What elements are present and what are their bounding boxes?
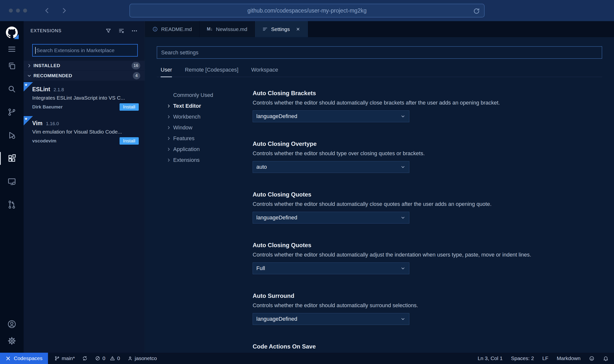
settings-scope-tabs: User Remote [Codespaces] Workspace xyxy=(157,67,602,77)
toc-extensions[interactable]: Extensions xyxy=(166,155,253,166)
chevron-down-icon xyxy=(400,266,406,271)
sync-button[interactable] xyxy=(82,356,88,361)
setting-auto-closing-quotes: Auto Closing Quotes Controls whether the… xyxy=(253,191,602,224)
codespaces-label: Codespaces xyxy=(14,355,43,361)
toc-workbench[interactable]: Workbench xyxy=(166,111,253,122)
chevron-right-icon xyxy=(166,114,173,119)
feedback-icon[interactable] xyxy=(589,356,595,361)
extensions-search-input[interactable] xyxy=(36,47,135,53)
settings-search-input[interactable] xyxy=(157,46,602,59)
extension-version: 2.1.8 xyxy=(54,87,64,92)
github-logo xyxy=(0,24,24,41)
account-icon[interactable] xyxy=(0,316,24,333)
setting-auto-surround: Auto Surround Controls whether the edito… xyxy=(253,292,602,325)
person-icon xyxy=(127,356,133,361)
address-bar[interactable]: github.com/codespaces/user-my-project-mg… xyxy=(129,4,485,17)
sidebar-title: EXTENSIONS xyxy=(31,28,105,33)
toc-features[interactable]: Features xyxy=(166,133,253,144)
extensions-sidebar: EXTENSIONS xyxy=(24,21,145,353)
settings-list: Auto Closing Brackets Controls whether t… xyxy=(253,90,602,353)
sidebar-header: EXTENSIONS xyxy=(24,21,145,34)
setting-description: Controls whether the editor should type … xyxy=(253,150,602,157)
source-control-icon[interactable] xyxy=(0,104,24,121)
setting-dropdown[interactable]: auto xyxy=(253,161,409,173)
forward-icon[interactable] xyxy=(61,7,68,14)
tab-newissue[interactable]: M↓ NewIssue.md xyxy=(200,21,255,37)
codespaces-status-button[interactable]: Codespaces xyxy=(0,353,48,364)
setting-description: Controls whether the editor should autom… xyxy=(253,252,602,258)
setting-description: Controls whether the editor should autom… xyxy=(253,302,602,309)
tab-settings[interactable]: Settings xyxy=(255,21,308,37)
clear-filter-icon[interactable] xyxy=(118,28,125,34)
more-actions-icon[interactable] xyxy=(131,28,138,34)
scope-tab-user[interactable]: User xyxy=(161,67,172,77)
branch-status[interactable]: main* xyxy=(54,355,75,361)
pull-requests-icon[interactable] xyxy=(0,196,24,213)
language-mode[interactable]: Markdown xyxy=(557,355,581,361)
text-cursor xyxy=(35,47,36,54)
setting-auto-indent: Auto Closing Quotes Controls whether the… xyxy=(253,242,602,274)
extension-author: Dirk Baeumer xyxy=(32,104,63,110)
chevron-down-icon xyxy=(400,316,406,322)
extension-version: 1.16.0 xyxy=(46,121,59,126)
extension-description: Vim emulation for Visual Studio Code... xyxy=(32,129,139,135)
remote-explorer-icon[interactable] xyxy=(0,173,24,190)
branch-icon xyxy=(54,356,60,361)
eol-sequence[interactable]: LF xyxy=(542,355,549,361)
extensions-icon[interactable] xyxy=(0,150,24,167)
tab-label: README.md xyxy=(161,26,192,32)
extension-item-eslint[interactable]: ★ ESLint 2.1.8 Integrates ESLint JavaScr… xyxy=(24,82,145,115)
notifications-bell-icon[interactable] xyxy=(603,356,609,361)
settings-gear-icon[interactable] xyxy=(0,333,24,349)
toc-commonly-used[interactable]: Commonly Used xyxy=(166,90,253,101)
indentation[interactable]: Spaces: 2 xyxy=(511,355,534,361)
section-installed[interactable]: INSTALLED 16 xyxy=(24,61,145,71)
back-icon[interactable] xyxy=(43,7,51,14)
recommended-star-icon: ★ xyxy=(24,116,33,125)
setting-code-actions-on-save: Code Actions On Save xyxy=(253,343,602,350)
setting-dropdown[interactable]: languageDefined xyxy=(253,313,409,325)
activity-bar xyxy=(0,21,24,353)
chevron-right-icon xyxy=(166,158,173,163)
install-button[interactable]: Install xyxy=(120,103,139,111)
errors-icon xyxy=(95,356,100,361)
setting-dropdown[interactable]: languageDefined xyxy=(253,212,409,224)
tab-label: Settings xyxy=(271,26,290,32)
extension-item-vim[interactable]: ★ Vim 1.16.0 Vim emulation for Visual St… xyxy=(24,116,145,149)
setting-description: Controls whether the editor should autom… xyxy=(253,100,602,106)
setting-title: Code Actions On Save xyxy=(253,343,602,350)
filter-icon[interactable] xyxy=(105,28,112,34)
explorer-icon[interactable] xyxy=(0,58,24,74)
cursor-position[interactable]: Ln 3, Col 1 xyxy=(478,355,503,361)
run-debug-icon[interactable] xyxy=(0,127,24,144)
chevron-right-icon xyxy=(166,136,173,141)
browser-nav xyxy=(43,7,68,14)
setting-dropdown[interactable]: languageDefined xyxy=(253,110,409,122)
toc-window[interactable]: Window xyxy=(166,122,253,133)
problems-status[interactable]: 0 0 xyxy=(95,355,120,361)
scope-tab-workspace[interactable]: Workspace xyxy=(251,67,278,77)
sync-icon xyxy=(82,356,88,361)
chevron-right-icon xyxy=(27,63,32,68)
close-tab-icon[interactable] xyxy=(295,27,301,32)
extension-name: Vim xyxy=(32,120,43,127)
search-icon[interactable] xyxy=(0,81,24,97)
toc-application[interactable]: Application xyxy=(166,144,253,155)
refresh-icon[interactable] xyxy=(473,7,480,15)
menu-icon[interactable] xyxy=(0,41,24,58)
window-close-button[interactable] xyxy=(9,9,13,13)
scope-tab-remote[interactable]: Remote [Codespaces] xyxy=(185,67,238,77)
install-button[interactable]: Install xyxy=(120,137,139,145)
tab-bar: README.md M↓ NewIssue.md Settings xyxy=(145,21,614,37)
installed-count-badge: 16 xyxy=(132,62,140,69)
extensions-search-box[interactable] xyxy=(32,44,138,57)
toc-text-editor[interactable]: Text Editor xyxy=(166,101,253,111)
setting-dropdown[interactable]: Full xyxy=(253,262,409,274)
section-recommended[interactable]: RECOMMENDED 4 xyxy=(24,71,145,81)
tab-readme[interactable]: README.md xyxy=(145,21,200,37)
window-controls xyxy=(9,9,27,13)
window-minimize-button[interactable] xyxy=(16,9,20,13)
url-text: github.com/codespaces/user-my-project-mg… xyxy=(247,7,367,14)
user-status[interactable]: jasonetco xyxy=(127,355,157,361)
window-maximize-button[interactable] xyxy=(23,9,27,13)
